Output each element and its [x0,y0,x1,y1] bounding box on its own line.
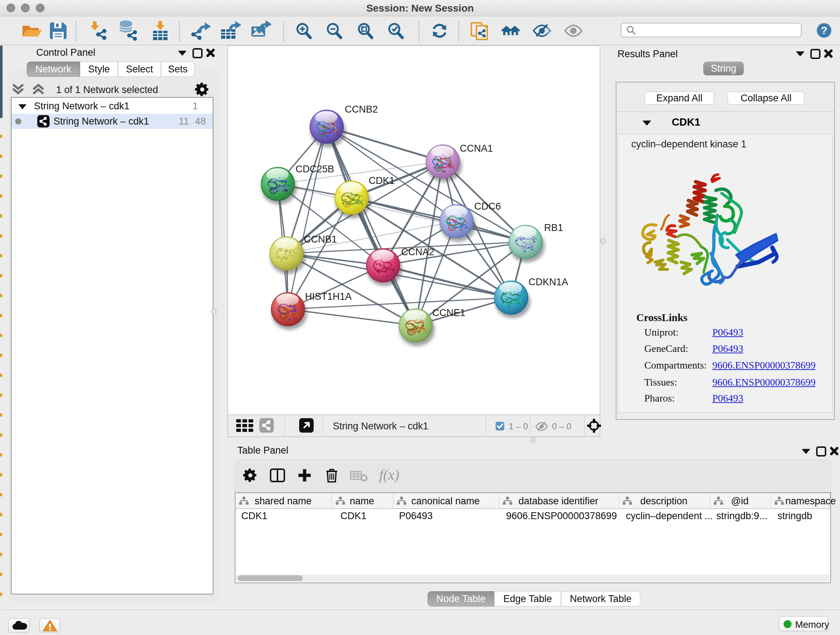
svg-text:CCNB1: CCNB1 [304,234,337,245]
svg-text:CCNB2: CCNB2 [345,104,378,115]
svg-text:HIST1H1A: HIST1H1A [305,291,352,302]
svg-text:CCNA2: CCNA2 [401,247,434,257]
svg-text:CCNE1: CCNE1 [432,307,466,318]
svg-text:CDC6: CDC6 [474,201,501,212]
svg-text:CDKN1A: CDKN1A [529,277,568,287]
svg-text:CDC25B: CDC25B [295,164,334,174]
svg-text:RB1: RB1 [544,222,563,233]
svg-text:CDK1: CDK1 [369,175,395,186]
svg-text:CCNA1: CCNA1 [460,143,493,154]
